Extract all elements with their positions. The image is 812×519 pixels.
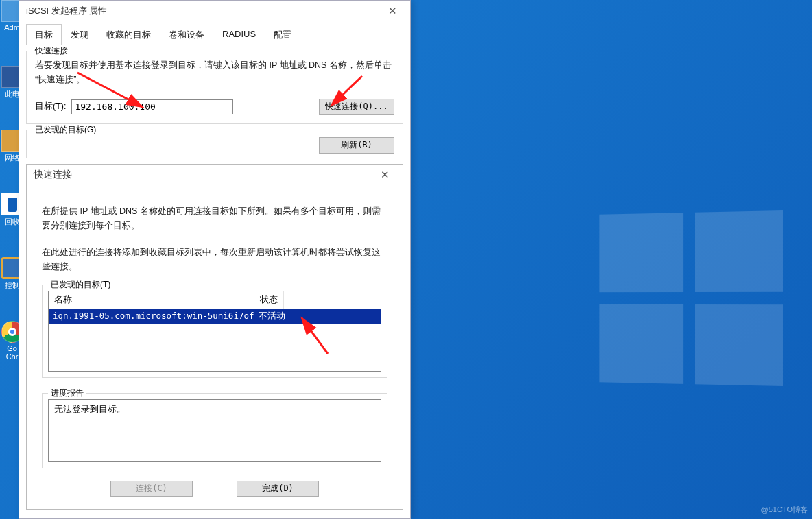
target-input[interactable] [71,99,233,114]
progress-label: 进度报告 [48,387,86,399]
inner-close-icon[interactable]: ✕ [371,169,398,181]
discovered-label: 已发现的目标(G) [32,124,99,136]
tab-target[interactable]: 目标 [26,24,62,45]
discovered-targets-label: 已发现的目标(T) [48,279,113,291]
quick-connect-dialog: 快速连接 ✕ 在所提供 IP 地址或 DNS 名称处的可用连接目标如下所列。如果… [26,164,403,510]
tab-volumes[interactable]: 卷和设备 [160,24,213,45]
targets-table[interactable]: 名称 状态 iqn.1991-05.com.microsoft:win-5uni… [48,291,381,372]
quick-connect-button[interactable]: 快速连接(Q)... [319,99,394,115]
close-icon[interactable]: ✕ [379,5,406,17]
col-name[interactable]: 名称 [49,291,254,309]
quick-connect-group: 快速连接 若要发现目标并使用基本连接登录到目标，请键入该目标的 IP 地址或 D… [26,51,403,124]
tab-config[interactable]: 配置 [265,24,300,45]
tabstrip: 目标 发现 收藏的目标 卷和设备 RADIUS 配置 [26,24,403,45]
quick-connect-desc: 若要发现目标并使用基本连接登录到目标，请键入该目标的 IP 地址或 DNS 名称… [35,58,394,88]
tab-favorites[interactable]: 收藏的目标 [97,24,160,45]
discovered-group: 已发现的目标(G) 刷新(R) [26,130,403,158]
refresh-button[interactable]: 刷新(R) [319,137,394,154]
col-state[interactable]: 状态 [254,291,284,309]
progress-group: 进度报告 无法登录到目标。 [42,393,387,468]
tab-discover[interactable]: 发现 [62,24,97,45]
cell-name: iqn.1991-05.com.microsoft:win-5uni6i7ofk… [49,309,254,324]
watermark: @51CTO博客 [761,505,808,515]
done-button[interactable]: 完成(D) [237,481,319,497]
cell-state: 不活动 [254,309,289,324]
target-label: 目标(T): [35,101,66,112]
tab-radius[interactable]: RADIUS [213,24,265,45]
table-header: 名称 状态 [49,291,381,309]
inner-titlebar[interactable]: 快速连接 ✕ [27,165,403,185]
inner-desc1: 在所提供 IP 地址或 DNS 名称处的可用连接目标如下所列。如果有多个目标可用… [42,204,387,234]
inner-desc2: 在此处进行的连接将添加到收藏目标列表中，每次重新启动该计算机时都将尝试恢复这些连… [42,245,387,275]
windows-logo [599,210,783,386]
iscsi-properties-dialog: iSCSI 发起程序 属性 ✕ 目标 发现 收藏的目标 卷和设备 RADIUS … [19,0,411,519]
quick-connect-label: 快速连接 [32,45,71,57]
connect-button[interactable]: 连接(C) [110,481,193,497]
table-row[interactable]: iqn.1991-05.com.microsoft:win-5uni6i7ofk… [49,309,381,324]
dialog-title: iSCSI 发起程序 属性 [23,5,379,17]
discovered-targets-group: 已发现的目标(T) 名称 状态 iqn.1991-05.com.microsof… [42,285,387,378]
progress-text: 无法登录到目标。 [48,399,381,462]
inner-title: 快速连接 [31,169,371,181]
dialog-titlebar[interactable]: iSCSI 发起程序 属性 ✕ [19,1,410,21]
